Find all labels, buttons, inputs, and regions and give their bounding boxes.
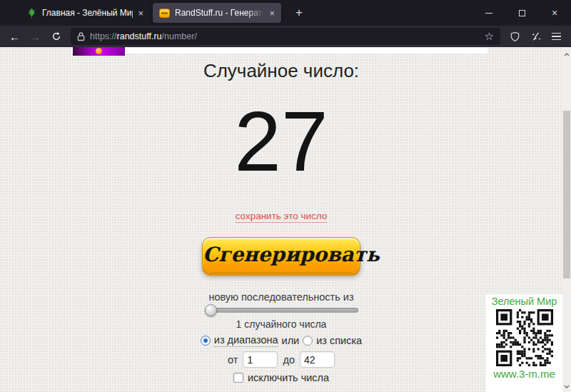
range-inputs: от до (0, 351, 562, 368)
from-input[interactable] (243, 351, 278, 368)
to-label: до (283, 354, 295, 366)
sequence-label: новую последовательность из (0, 291, 562, 303)
random-number-value: 27 (0, 99, 562, 184)
exclude-checkbox[interactable] (233, 373, 243, 383)
menu-button[interactable] (547, 28, 566, 45)
tab-randstuff[interactable]: RandStuff.ru - Генератор случ × (153, 3, 281, 23)
browser-titlebar: Главная - Зелёный Мир × RandStuff.ru - Г… (0, 0, 571, 26)
save-number-link[interactable]: сохранить это число (236, 211, 328, 223)
exclude-label: исключить числа (248, 372, 329, 383)
window-controls: × (473, 0, 571, 26)
back-button[interactable]: ← (5, 28, 24, 45)
hamburger-icon (552, 33, 561, 41)
browser-navbar: ← → https://randstuff.ru/number/ ☆ (0, 26, 571, 47)
or-label: или (282, 335, 300, 346)
url-bar[interactable]: https://randstuff.ru/number/ ☆ (71, 28, 500, 45)
partial-ad-image (73, 47, 125, 56)
page-title: Случайное число: (0, 60, 562, 82)
tab-title: RandStuff.ru - Генератор случ (175, 8, 264, 18)
partial-banner (71, 48, 487, 54)
range-option-label[interactable]: из диапазона (214, 334, 278, 347)
lock-icon (77, 31, 85, 41)
widget-title: Зеленый Мир (486, 294, 562, 307)
scroll-up-icon[interactable] (563, 50, 570, 59)
save-number-row: сохранить это число (0, 211, 562, 221)
close-button[interactable]: × (538, 0, 571, 26)
qr-code (496, 309, 553, 366)
list-option-label[interactable]: из списка (316, 335, 362, 346)
randstuff-favicon (159, 9, 170, 18)
widget-url: www.3-m.me (486, 368, 562, 380)
source-options: из диапазона или из списка (0, 334, 562, 347)
tab-title: Главная - Зелёный Мир (42, 8, 133, 18)
tab-close-icon[interactable]: × (269, 9, 275, 18)
tab-close-icon[interactable]: × (138, 9, 143, 18)
count-label: 1 случайного числа (0, 318, 562, 330)
scroll-down-icon[interactable] (563, 382, 570, 391)
slider-track[interactable] (205, 308, 358, 313)
to-input[interactable] (300, 351, 335, 368)
count-slider[interactable] (205, 304, 358, 316)
range-radio[interactable] (201, 336, 211, 346)
tab-green-world[interactable]: Главная - Зелёный Мир × (20, 3, 150, 23)
page-scrollbar[interactable] (562, 47, 571, 392)
scrollbar-thumb[interactable] (563, 111, 570, 278)
shield-button[interactable] (505, 28, 525, 45)
minimize-button[interactable] (473, 0, 505, 26)
extension-button[interactable] (526, 28, 545, 45)
new-tab-button[interactable]: + (290, 4, 308, 22)
reload-icon (51, 31, 61, 41)
reload-button[interactable] (46, 28, 66, 45)
leaf-icon (26, 8, 37, 19)
forward-button: → (26, 28, 45, 45)
shield-icon (510, 31, 520, 42)
generate-button[interactable]: Сгенерировать (202, 237, 360, 273)
maximize-button[interactable] (505, 0, 538, 26)
page-randstuff-number: Случайное число: 27 сохранить это число … (0, 47, 571, 392)
slider-knob[interactable] (205, 304, 217, 316)
exclude-row: исключить числа (0, 372, 562, 383)
green-world-widget[interactable]: Зеленый Мир www.3-m.me (486, 294, 562, 392)
from-label: от (228, 354, 238, 366)
bookmark-star-icon[interactable]: ☆ (485, 30, 494, 43)
list-radio[interactable] (303, 336, 313, 346)
broom-sparkle-icon (530, 31, 542, 42)
url-text: https://randstuff.ru/number/ (90, 31, 197, 41)
